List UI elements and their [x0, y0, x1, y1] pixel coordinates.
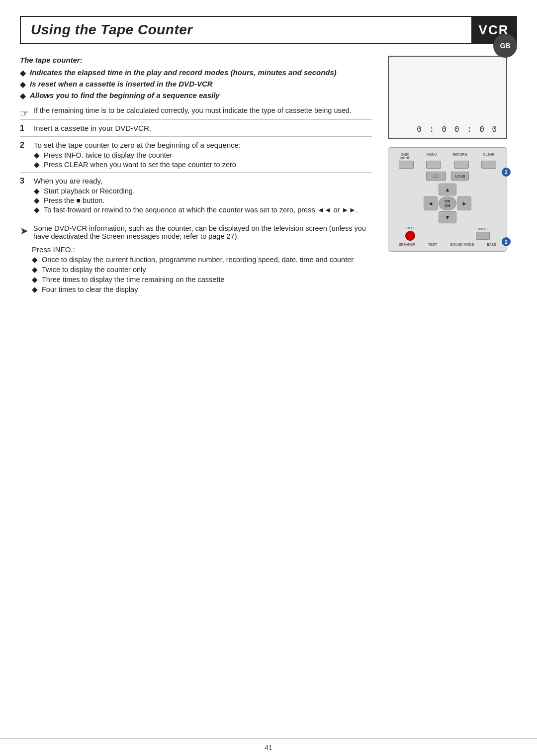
- info-item-4: Four times to clear the display: [32, 285, 372, 293]
- gb-badge: GB: [493, 34, 517, 58]
- step-3-sub-1: Start playback or Recording.: [34, 187, 372, 195]
- note-text: If the remaining time is to be calculate…: [34, 106, 352, 114]
- step-2-sub-list: Press INFO. twice to display the counter…: [34, 151, 372, 169]
- step-1-text: Insert a cassette in your DVD-VCR.: [34, 124, 372, 132]
- step-1: 1 Insert a cassette in your DVD-VCR.: [20, 119, 372, 136]
- bullet-item-3: Allows you to find the beginning of a se…: [20, 91, 372, 100]
- rec-btn[interactable]: [405, 231, 415, 241]
- press-info-section: Press INFO.: Once to display the current…: [20, 245, 372, 293]
- step-2-number: 2: [20, 141, 34, 150]
- label-sound-mode: SOUND MODE: [450, 243, 474, 246]
- note-icon: ☞: [20, 107, 29, 119]
- nav-right-btn[interactable]: ►: [457, 196, 471, 210]
- label-test: TEST: [428, 243, 437, 246]
- note-box: ☞ If the remaining time is to be calcula…: [20, 106, 372, 119]
- info-btn[interactable]: [476, 232, 490, 240]
- info-section: INFO.: [476, 227, 490, 240]
- clear-btn[interactable]: [481, 161, 496, 169]
- rec-section: REC: [405, 226, 415, 241]
- page-number-strip: 41: [0, 738, 537, 756]
- info-item-2: Twice to display the counter only: [32, 266, 372, 274]
- label-speaker: SPEAKER: [399, 243, 415, 246]
- tip-text: Some DVD-VCR information, such as the co…: [33, 224, 372, 240]
- step-2: 2 To set the tape counter to zero at the…: [20, 136, 372, 172]
- press-info-label: Press INFO.:: [32, 245, 372, 254]
- step-2-text: To set the tape counter to zero at the b…: [34, 141, 372, 149]
- tape-counter-bullets: Indicates the elapsed time in the play a…: [20, 68, 372, 100]
- label-bass: BASS: [487, 243, 496, 246]
- step-2-sub-1: Press INFO. twice to display the counter: [34, 151, 372, 159]
- cassette-btn[interactable]: □□: [426, 172, 446, 181]
- vcr-screen-display: 0 : 0 0 : 0 0: [388, 56, 507, 139]
- bullet-item-2: Is reset when a cassette is inserted in …: [20, 80, 372, 89]
- tip-box: ➤ Some DVD-VCR information, such as the …: [20, 224, 372, 240]
- step-3-number: 3: [20, 177, 34, 186]
- btn-menu: MENU: [427, 153, 437, 160]
- page-number: 41: [265, 744, 272, 752]
- return-btn[interactable]: [454, 161, 469, 169]
- adub-btn[interactable]: A.DUB: [451, 172, 469, 181]
- nav-down-btn[interactable]: ▼: [439, 211, 456, 223]
- step-3: 3 When you are ready, Start playback or …: [20, 172, 372, 217]
- nav-up-btn[interactable]: ▲: [439, 184, 456, 195]
- step-3-text: When you are ready,: [34, 177, 372, 185]
- page-header: Using the Tape Counter VCR: [20, 16, 517, 44]
- ok-btn[interactable]: OKCH: [439, 196, 456, 210]
- btn-return: RETURN: [452, 153, 467, 160]
- vcr-time-display: 0 : 0 0 : 0 0: [417, 125, 498, 134]
- info-item-1: Once to display the current function, pr…: [32, 256, 372, 264]
- step-1-number: 1: [20, 124, 34, 133]
- press-info-list: Once to display the current function, pr…: [32, 256, 372, 293]
- step-3-sub-2: Press the ■ button.: [34, 196, 372, 204]
- btn-clear: CLEAR: [483, 153, 495, 160]
- btn-disc-menu: DISCMENU: [400, 153, 411, 160]
- main-content: The tape counter: Indicates the elapsed …: [20, 56, 517, 295]
- remote-badge-bottom: 2: [502, 237, 511, 246]
- spacer: [441, 229, 450, 239]
- remote-badge-top: 2: [502, 168, 511, 177]
- step-2-sub-2: Press CLEAR when you want to set the tap…: [34, 161, 372, 169]
- page-title: Using the Tape Counter: [21, 17, 471, 43]
- step-3-sub-3: To fast-froward or rewind to the sequenc…: [34, 206, 372, 214]
- info-item-3: Three times to display the time remainin…: [32, 276, 372, 284]
- left-column: The tape counter: Indicates the elapsed …: [20, 56, 372, 295]
- tape-counter-heading: The tape counter:: [20, 56, 372, 64]
- right-column: 0 : 0 0 : 0 0 2 DISCMENU MENU RETURN CLE…: [388, 56, 517, 295]
- menu-btn[interactable]: [426, 161, 441, 169]
- tape-counter-section: The tape counter: Indicates the elapsed …: [20, 56, 372, 100]
- disc-menu-btn[interactable]: [399, 161, 414, 169]
- nav-left-btn[interactable]: ◄: [424, 196, 438, 210]
- remote-control: 2 DISCMENU MENU RETURN CLEAR □□ A.DUB: [388, 147, 507, 252]
- tip-icon: ➤: [20, 225, 28, 237]
- bullet-item-1: Indicates the elapsed time in the play a…: [20, 68, 372, 78]
- step-3-sub-list: Start playback or Recording. Press the ■…: [34, 187, 372, 214]
